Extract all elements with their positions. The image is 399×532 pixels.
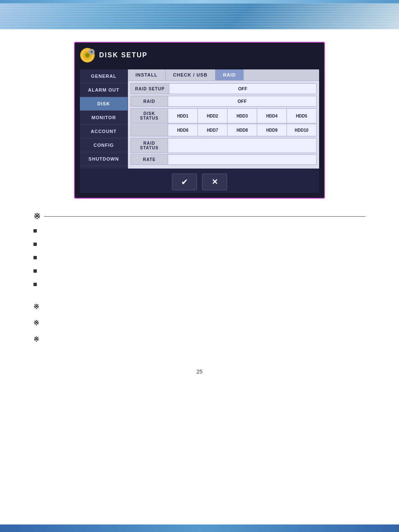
hdd-row-1-wrapper: DISK STATUS HDD1 HDD2 HDD3 HDD4 HDD5 bbox=[130, 108, 317, 123]
note-symbol: ※ bbox=[33, 211, 41, 221]
hdd9-cell: HDD9 bbox=[257, 124, 287, 136]
bullet-2 bbox=[33, 241, 366, 246]
bottom-bar bbox=[0, 524, 399, 532]
tab-raid[interactable]: RAID bbox=[215, 69, 244, 80]
header-stripes bbox=[0, 3, 399, 29]
hdd10-cell: HDD10 bbox=[287, 124, 317, 136]
content-body: RAID SETUP OFF RAID OFF DISK STA bbox=[128, 81, 319, 169]
bullet-square-2 bbox=[33, 243, 37, 246]
sidebar-item-monitor[interactable]: MONITOR bbox=[80, 111, 128, 125]
sidebar-item-config[interactable]: CONFIG bbox=[80, 138, 128, 152]
confirm-button[interactable]: ✔ bbox=[172, 174, 197, 190]
note-item-3: ※ bbox=[33, 335, 366, 343]
note-item-2: ※ bbox=[33, 319, 366, 327]
gear-icon bbox=[80, 48, 95, 63]
raid-label: RAID bbox=[130, 96, 168, 107]
note-item-1: ※ bbox=[33, 303, 366, 311]
rate-value bbox=[168, 154, 317, 165]
tab-install[interactable]: INSTALL bbox=[128, 69, 166, 80]
bullet-4 bbox=[33, 268, 366, 273]
disk-status-label: DISK STATUS bbox=[130, 108, 168, 123]
tab-check-usb[interactable]: CHECK / USB bbox=[166, 69, 216, 80]
top-tabs: INSTALL CHECK / USB RAID bbox=[128, 69, 319, 81]
hdd4-cell: HDD4 bbox=[257, 108, 287, 123]
bullet-3 bbox=[33, 254, 366, 259]
note-asterisk-3: ※ bbox=[33, 335, 39, 343]
svg-rect-4 bbox=[87, 59, 88, 62]
raid-setup-value: OFF bbox=[169, 83, 317, 94]
note-line bbox=[44, 216, 366, 217]
raid-status-label: RAID STATUS bbox=[130, 138, 168, 153]
bullet-1 bbox=[33, 228, 366, 233]
hdd2-cell: HDD2 bbox=[198, 108, 228, 123]
hdd-row-1: HDD1 HDD2 HDD3 HDD4 HDD5 bbox=[168, 108, 317, 123]
dialog-title-bar: DISK SETUP bbox=[80, 48, 319, 65]
svg-point-2 bbox=[85, 53, 90, 57]
cancel-icon: ✕ bbox=[212, 177, 218, 187]
content-area: INSTALL CHECK / USB RAID RAID SETUP OFF bbox=[128, 69, 319, 169]
bullets-section bbox=[17, 228, 382, 286]
note-asterisk-1: ※ bbox=[33, 303, 39, 311]
note-section: ※ bbox=[33, 211, 366, 221]
note-items: ※ ※ ※ bbox=[17, 294, 382, 360]
sidebar-item-general[interactable]: GENERAL bbox=[80, 69, 128, 83]
svg-rect-3 bbox=[87, 48, 88, 51]
cancel-button[interactable]: ✕ bbox=[202, 174, 227, 190]
hdd1-cell: HDD1 bbox=[168, 108, 198, 123]
bullet-square-1 bbox=[33, 229, 37, 233]
bullet-5 bbox=[33, 281, 366, 286]
hdd8-cell: HDD8 bbox=[228, 124, 257, 136]
raid-status-row: RAID STATUS bbox=[130, 138, 317, 153]
hdd5-cell: HDD5 bbox=[287, 108, 317, 123]
dialog-box: DISK SETUP GENERAL ALARM OUT DISK MONITO… bbox=[74, 42, 325, 199]
confirm-icon: ✔ bbox=[181, 177, 188, 187]
raid-status-value bbox=[168, 138, 317, 153]
top-header bbox=[0, 0, 399, 29]
sidebar: GENERAL ALARM OUT DISK MONITOR ACCOUNT C… bbox=[80, 69, 128, 169]
raid-row: RAID OFF bbox=[130, 96, 317, 107]
main-content: DISK SETUP GENERAL ALARM OUT DISK MONITO… bbox=[0, 29, 399, 387]
sidebar-item-disk[interactable]: DISK bbox=[80, 97, 128, 111]
ui-panel: GENERAL ALARM OUT DISK MONITOR ACCOUNT C… bbox=[80, 69, 319, 193]
bullet-square-4 bbox=[33, 269, 37, 273]
note-asterisk-2: ※ bbox=[33, 319, 39, 327]
hdd7-cell: HDD7 bbox=[198, 124, 228, 136]
dialog-title: DISK SETUP bbox=[99, 51, 148, 59]
raid-value: OFF bbox=[168, 96, 317, 107]
hdd-row-2-wrapper: HDD6 HDD7 HDD8 HDD9 HDD10 bbox=[130, 124, 317, 136]
sidebar-item-shutdown[interactable]: SHUTDOWN bbox=[80, 152, 128, 166]
action-buttons: ✔ ✕ bbox=[80, 169, 319, 193]
page-number: 25 bbox=[17, 360, 382, 379]
svg-point-10 bbox=[90, 51, 93, 53]
layout-body: GENERAL ALARM OUT DISK MONITOR ACCOUNT C… bbox=[80, 69, 319, 169]
bullet-square-5 bbox=[33, 283, 37, 286]
sidebar-item-alarm-out[interactable]: ALARM OUT bbox=[80, 83, 128, 97]
raid-setup-label: RAID SETUP bbox=[130, 83, 169, 94]
svg-rect-5 bbox=[80, 54, 83, 56]
hdd6-cell: HDD6 bbox=[168, 124, 198, 136]
hdd3-cell: HDD3 bbox=[228, 108, 257, 123]
raid-setup-row: RAID SETUP OFF bbox=[130, 83, 317, 94]
bullet-square-3 bbox=[33, 256, 37, 259]
rate-label: RATE bbox=[130, 154, 168, 165]
sidebar-item-account[interactable]: ACCOUNT bbox=[80, 125, 128, 138]
rate-row: RATE bbox=[130, 154, 317, 165]
disk-status-section: DISK STATUS HDD1 HDD2 HDD3 HDD4 HDD5 bbox=[130, 108, 317, 136]
hdd-row-2: HDD6 HDD7 HDD8 HDD9 HDD10 bbox=[168, 124, 317, 136]
